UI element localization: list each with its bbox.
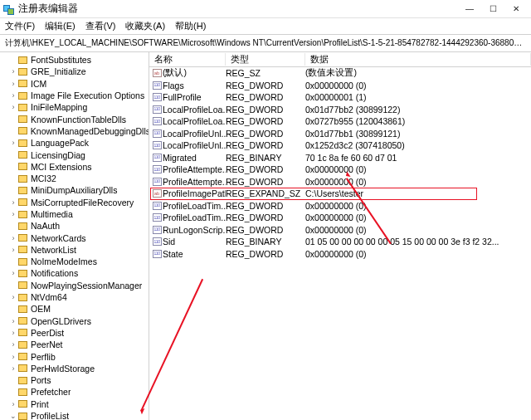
tree-item[interactable]: MCI Extensions <box>0 161 149 173</box>
menu-help[interactable]: 帮助(H) <box>175 20 206 32</box>
tree-item[interactable]: ›Perflib <box>0 350 149 362</box>
chevron-right-icon[interactable]: › <box>8 91 18 100</box>
tree-item[interactable]: ⌄ProfileList <box>0 410 149 420</box>
chevron-right-icon[interactable]: › <box>8 234 18 242</box>
folder-icon <box>18 68 27 76</box>
chevron-right-icon[interactable]: › <box>8 80 18 88</box>
minimize-button[interactable]: — <box>458 1 481 17</box>
value-type: REG_BINARY <box>226 153 305 163</box>
address-bar[interactable]: 计算机\HKEY_LOCAL_MACHINE\SOFTWARE\Microsof… <box>0 34 531 52</box>
chevron-down-icon[interactable]: ⌄ <box>8 412 18 420</box>
tree-item[interactable]: KnownFunctionTableDlls <box>0 113 149 125</box>
tree-item[interactable]: ›OpenGLDrivers <box>0 315 149 327</box>
tree-item[interactable]: MCI32 <box>0 173 149 184</box>
list-row[interactable]: FullProfileREG_DWORD0x00000001 (1) <box>149 91 531 104</box>
maximize-button[interactable]: ☐ <box>481 1 504 17</box>
tree-item[interactable]: ›Image File Execution Options <box>0 90 149 101</box>
list-row[interactable]: LocalProfileUnl...REG_DWORD0x01d77bb1 (3… <box>149 128 531 140</box>
chevron-right-icon[interactable]: › <box>8 246 18 254</box>
folder-icon <box>18 246 27 253</box>
list-row[interactable]: ProfileImagePathREG_EXPAND_SZC:\Users\te… <box>149 188 531 200</box>
tree-item[interactable]: ›ICM <box>0 78 149 90</box>
list-row[interactable]: ProfileLoadTim...REG_DWORD0x00000000 (0) <box>149 212 531 224</box>
list-row[interactable]: StateREG_DWORD0x00000000 (0) <box>149 248 531 261</box>
tree-item[interactable]: NaAuth <box>0 220 149 232</box>
list-row[interactable]: LocalProfileLoa...REG_DWORD0x01d77bb2 (3… <box>149 104 531 116</box>
list-pane[interactable]: 名称 类型 数据 (默认)REG_SZ(数值未设置)FlagsREG_DWORD… <box>149 52 531 420</box>
close-button[interactable]: ✕ <box>504 1 528 17</box>
tree-item[interactable]: Prefetcher <box>0 386 149 398</box>
tree-item[interactable]: LicensingDiag <box>0 149 149 160</box>
tree-pane[interactable]: FontSubstitutes›GRE_Initialize›ICM›Image… <box>0 52 149 420</box>
tree-item[interactable]: ›Print <box>0 398 149 410</box>
value-data: (数值未设置) <box>305 67 531 79</box>
chevron-right-icon[interactable]: › <box>8 103 18 111</box>
value-type: REG_DWORD <box>226 140 305 150</box>
tree-item[interactable]: ›PerHwIdStorage <box>0 363 149 374</box>
value-type: REG_DWORD <box>226 116 305 126</box>
tree-item[interactable]: ›IniFileMapping <box>0 101 149 113</box>
list-row[interactable]: LocalProfileLoa...REG_DWORD0x0727b955 (1… <box>149 115 531 128</box>
tree-item[interactable]: Ports <box>0 374 149 386</box>
tree-item[interactable]: ›MsiCorruptedFileRecovery <box>0 197 149 208</box>
binary-value-icon <box>153 237 162 246</box>
col-name[interactable]: 名称 <box>149 53 226 66</box>
tree-item[interactable]: KnownManagedDebuggingDlls <box>0 125 149 137</box>
tree-item[interactable]: ›GRE_Initialize <box>0 66 149 77</box>
chevron-right-icon[interactable]: › <box>8 198 18 207</box>
folder-icon <box>18 294 27 301</box>
list-row[interactable]: ProfileAttempte...REG_DWORD0x00000000 (0… <box>149 176 531 188</box>
chevron-right-icon[interactable]: › <box>8 400 18 408</box>
tree-item-label: KnownManagedDebuggingDlls <box>31 126 149 136</box>
tree-item[interactable]: FontSubstitutes <box>0 54 149 66</box>
col-data[interactable]: 数据 <box>305 53 531 66</box>
list-header[interactable]: 名称 类型 数据 <box>149 52 531 67</box>
chevron-right-icon[interactable]: › <box>8 210 18 218</box>
list-row[interactable]: SidREG_BINARY01 05 00 00 00 00 00 05 15 … <box>149 236 531 248</box>
value-data: 0x01d77bb1 (30899121) <box>305 129 531 139</box>
list-row[interactable]: MigratedREG_BINARY70 1c 8a fe 60 60 d7 0… <box>149 152 531 164</box>
list-row[interactable]: (默认)REG_SZ(数值未设置) <box>149 67 531 80</box>
tree-item[interactable]: MiniDumpAuxiliaryDlls <box>0 184 149 196</box>
chevron-right-icon[interactable]: › <box>8 353 18 361</box>
chevron-right-icon[interactable]: › <box>8 364 18 373</box>
chevron-right-icon[interactable]: › <box>8 67 18 76</box>
list-row[interactable]: ProfileAttempte...REG_DWORD0x00000000 (0… <box>149 164 531 176</box>
col-type[interactable]: 类型 <box>226 53 305 66</box>
tree-item[interactable]: ›NetworkCards <box>0 232 149 243</box>
chevron-right-icon[interactable]: › <box>8 293 18 301</box>
menu-favorites[interactable]: 收藏夹(A) <box>125 20 165 32</box>
menu-view[interactable]: 查看(V) <box>85 20 116 32</box>
menu-edit[interactable]: 编辑(E) <box>45 20 76 32</box>
tree-item-label: PerHwIdStorage <box>31 364 95 374</box>
tree-item[interactable]: ›LanguagePack <box>0 137 149 149</box>
binary-value-icon <box>153 213 162 222</box>
tree-item[interactable]: ›NtVdm64 <box>0 291 149 303</box>
value-type: REG_DWORD <box>226 249 305 259</box>
chevron-right-icon[interactable]: › <box>8 317 18 325</box>
tree-item[interactable]: NowPlayingSessionManager <box>0 280 149 291</box>
folder-icon <box>18 211 27 218</box>
tree-item[interactable]: ›PeerNet <box>0 339 149 350</box>
list-row[interactable]: ProfileLoadTim...REG_DWORD0x00000000 (0) <box>149 200 531 212</box>
chevron-right-icon[interactable]: › <box>8 139 18 147</box>
list-row[interactable]: RunLogonScrip...REG_DWORD0x00000000 (0) <box>149 224 531 237</box>
binary-value-icon <box>153 250 162 258</box>
tree-item[interactable]: OEM <box>0 303 149 315</box>
tree-item[interactable]: ›NetworkList <box>0 244 149 256</box>
folder-icon <box>18 127 27 134</box>
chevron-right-icon[interactable]: › <box>8 269 18 277</box>
menu-file[interactable]: 文件(F) <box>5 20 35 32</box>
list-row[interactable]: FlagsREG_DWORD0x00000000 (0) <box>149 80 531 92</box>
tree-item[interactable]: ›PeerDist <box>0 327 149 339</box>
value-data: 0x00000000 (0) <box>305 201 531 211</box>
tree-item[interactable]: ›Multimedia <box>0 208 149 220</box>
chevron-right-icon[interactable]: › <box>8 329 18 337</box>
tree-item-label: NoImeModeImes <box>31 256 97 266</box>
tree-item[interactable]: NoImeModeImes <box>0 256 149 267</box>
tree-item[interactable]: ›Notifications <box>0 267 149 279</box>
chevron-right-icon[interactable]: › <box>8 340 18 349</box>
list-row[interactable]: LocalProfileUnl...REG_DWORD0x1252d3c2 (3… <box>149 139 531 152</box>
folder-icon <box>18 104 27 111</box>
value-name: RunLogonScrip... <box>163 225 226 235</box>
